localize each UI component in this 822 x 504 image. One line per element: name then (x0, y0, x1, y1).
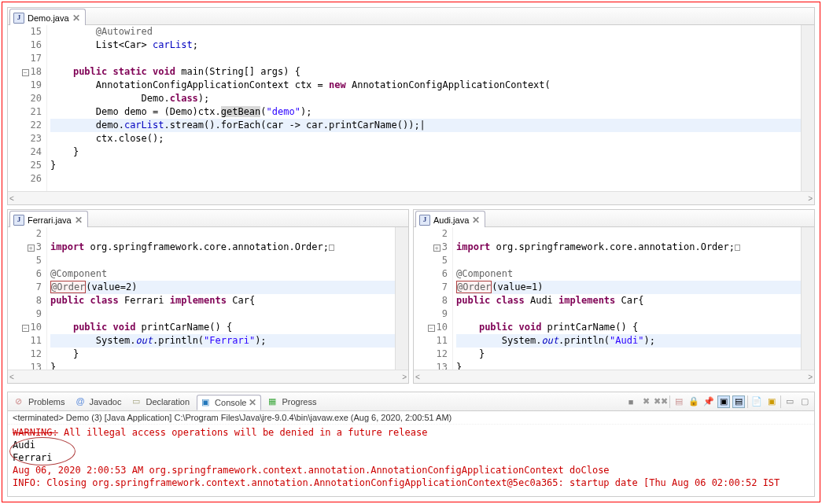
editor-audi: J Audi.java ✕ 2+356789−1011121314 import… (413, 209, 815, 384)
hscroll[interactable]: <> (8, 370, 408, 383)
close-icon[interactable]: ✕ (75, 215, 83, 225)
tab-demo[interactable]: J Demo.java ✕ (9, 9, 86, 25)
ide-frame: J Demo.java ✕ 151617−181920212223242526 … (2, 2, 820, 502)
progress-icon: ▦ (268, 396, 279, 407)
pin-console-icon[interactable]: 📌 (702, 395, 715, 408)
tab-label: Demo.java (28, 13, 69, 23)
hscroll[interactable]: <> (8, 191, 814, 204)
tab-bar: J Ferrari.java ✕ (8, 210, 408, 227)
tab-console[interactable]: ▣Console ✕ (197, 395, 261, 410)
views-panel: ⊘Problems @Javadoc ▭Declaration ▣Console… (7, 392, 815, 497)
clear-console-icon[interactable]: ▤ (673, 395, 685, 408)
new-console-icon[interactable]: ▣ (765, 395, 778, 408)
javadoc-icon: @ (76, 396, 87, 407)
tab-javadoc[interactable]: @Javadoc (72, 395, 125, 409)
console-header: <terminated> Demo (3) [Java Application]… (8, 411, 814, 425)
close-icon[interactable]: ✕ (472, 215, 480, 225)
code-area[interactable]: 151617−181920212223242526 @Autowired Lis… (8, 25, 814, 191)
console-output[interactable]: WARNING: All illegal access operations w… (8, 425, 814, 489)
java-file-icon: J (419, 215, 430, 226)
code-area[interactable]: 2+356789−1011121314 import org.springfra… (8, 227, 408, 370)
tab-label: Audi.java (433, 215, 469, 225)
problems-icon: ⊘ (15, 396, 26, 407)
code-area[interactable]: 2+356789−1011121314 import org.springfra… (414, 227, 814, 370)
views-tabbar: ⊘Problems @Javadoc ▭Declaration ▣Console… (8, 392, 814, 411)
open-console-icon[interactable]: 📄 (750, 395, 763, 408)
tab-bar: J Audi.java ✕ (414, 210, 814, 227)
maximize-icon[interactable]: ▢ (798, 395, 811, 408)
console-icon: ▣ (201, 397, 212, 408)
editor-area: J Demo.java ✕ 151617−181920212223242526 … (7, 7, 815, 388)
scroll-lock-icon[interactable]: 🔒 (687, 395, 700, 408)
minimize-icon[interactable]: ▭ (783, 395, 796, 408)
close-icon[interactable]: ✕ (72, 13, 80, 23)
declaration-icon: ▭ (132, 396, 143, 407)
remove-launch-icon[interactable]: ✖ (640, 395, 652, 408)
tab-progress[interactable]: ▦Progress (264, 395, 320, 409)
tab-bar: J Demo.java ✕ (8, 8, 814, 25)
editor-ferrari: J Ferrari.java ✕ 2+356789−1011121314 imp… (7, 209, 409, 384)
java-file-icon: J (13, 215, 24, 226)
hscroll[interactable]: <> (414, 370, 814, 383)
display-selected-icon[interactable]: ▣ (717, 395, 730, 408)
remove-all-icon[interactable]: ✖✖ (654, 395, 667, 408)
close-icon[interactable]: ✕ (249, 398, 256, 407)
console-toolbar: ■ ✖ ✖✖ ▤ 🔒 📌 ▣ ▤ 📄 ▣ ▭ ▢ (625, 395, 811, 408)
tab-ferrari[interactable]: J Ferrari.java ✕ (9, 211, 88, 227)
tab-problems[interactable]: ⊘Problems (11, 395, 68, 409)
tab-declaration[interactable]: ▭Declaration (128, 395, 194, 409)
show-standard-icon[interactable]: ▤ (732, 395, 745, 408)
editor-demo: J Demo.java ✕ 151617−181920212223242526 … (7, 7, 815, 205)
terminate-icon[interactable]: ■ (625, 395, 637, 408)
tab-label: Ferrari.java (28, 215, 72, 225)
java-file-icon: J (13, 13, 24, 24)
tab-audi[interactable]: J Audi.java ✕ (415, 211, 485, 227)
